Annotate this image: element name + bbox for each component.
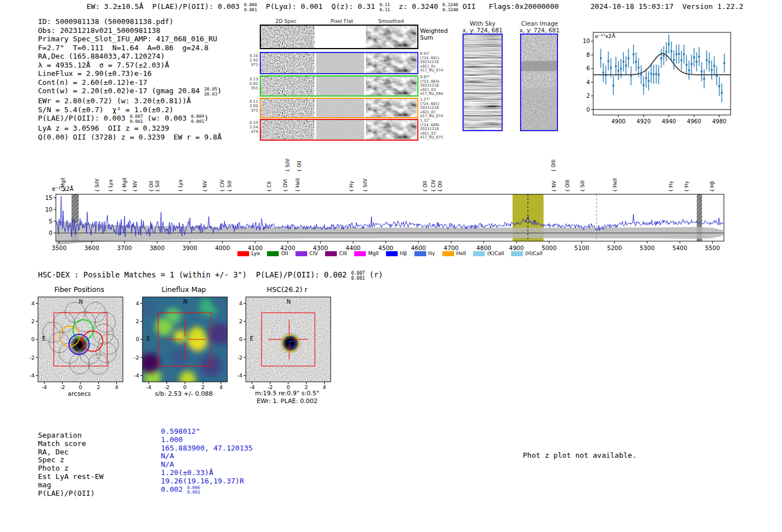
lineflux-map-title: Lineflux Map	[128, 285, 240, 294]
hsc-cutout-title: HSC(26.2) r	[231, 285, 343, 294]
cutout-row-weighted-sum	[260, 25, 418, 49]
legend-swatch	[354, 251, 366, 256]
cutout-row-left-stats: 0.102.04374	[246, 121, 258, 134]
svg-text:0: 0	[183, 384, 187, 390]
cutout-image-flat	[316, 99, 364, 117]
legend-label: CIII	[339, 251, 347, 256]
svg-text:-4: -4	[146, 384, 151, 390]
text-segment: EWr = 2.80(±0.72) (w: 3.20(±0.81))Å	[38, 97, 191, 105]
match-table-label: mag	[38, 481, 103, 490]
legend-label: OII	[281, 251, 288, 256]
lineflux-image	[139, 295, 231, 387]
text-segment: LyA z = 3.0596 OII z = 0.3239	[38, 124, 169, 132]
svg-text:{ Hβ: { Hβ	[709, 181, 715, 192]
text-segment: 1.20(±0.33)Å	[161, 468, 213, 477]
clean-image	[520, 33, 558, 131]
hsc-cutout-panel: -4-4-2-2002244NE	[231, 295, 343, 391]
detection-info-block: ID: 5000981138 (5000981138.pdf)Obs: 2023…	[38, 17, 222, 141]
info-line: S/N = 5.4(±0.7) χ² = 1.0(±0.2)	[38, 106, 222, 114]
info-line: Obs: 20231218v021_5000981138	[38, 26, 222, 35]
text-segment: 1.000	[161, 435, 183, 444]
cutout-row-left-stats: 0.130.91355	[246, 78, 258, 90]
svg-text:{ Hγ: { Hγ	[684, 181, 689, 192]
svg-text:{ Hγ: { Hγ	[349, 181, 354, 192]
cutout-image-flat	[316, 76, 364, 95]
svg-text:{ Lyα: { Lyα	[108, 179, 113, 192]
legend-swatch	[295, 251, 307, 256]
match-table-values: 0.598012"1.000165.883900, 47.120135N/AN/…	[161, 428, 252, 495]
text-segment: (w: 0.003	[143, 114, 191, 122]
info-line: Primary Spec_Slot_IFU_AMP: 417_068_016_R…	[38, 35, 222, 44]
svg-text:4: 4	[136, 300, 139, 306]
cutout-image-smooth	[366, 26, 417, 48]
header-datetime: 2024-10-18 15:03:17	[590, 2, 674, 11]
cutout-image-flat	[316, 53, 364, 73]
compass-east-label: E	[250, 336, 253, 342]
svg-text:-2: -2	[237, 354, 242, 361]
full-spectrum-plot: 3500360037003800390040004100420043004400…	[45, 146, 732, 253]
svg-text:4960: 4960	[687, 118, 701, 124]
cutout-image-hard	[261, 76, 314, 95]
text-segment: (r)	[365, 270, 383, 279]
svg-text:0: 0	[586, 107, 590, 113]
text-segment: HSC-DEX : Possible Matches = 1 (within +…	[38, 270, 351, 279]
svg-text:5400: 5400	[673, 245, 688, 251]
col-header-pixel-flat: Pixel Flat	[318, 18, 365, 24]
svg-text:{ SiII: { SiII	[580, 180, 585, 192]
compass-east-label: E	[42, 336, 45, 342]
svg-text:4920: 4920	[637, 118, 651, 124]
compass-east-label: E	[146, 336, 150, 342]
svg-text:{ SiIV: { SiIV	[285, 159, 290, 172]
svg-text:{ Lyα: { Lyα	[178, 179, 183, 192]
match-table-label: Match score	[38, 440, 103, 448]
info-line: Cont(w) = 2.20(±0.02)e-17 (gmag 20.84 20…	[38, 87, 222, 97]
header-gap	[674, 2, 683, 11]
match-table-label: Separation	[38, 432, 103, 440]
svg-text:5100: 5100	[574, 245, 589, 251]
svg-text:4: 4	[220, 384, 223, 390]
svg-text:{ CIV: { CIV	[220, 179, 225, 192]
text-segment: Primary Spec_Slot_IFU_AMP: 417_068_016_R…	[38, 35, 217, 43]
svg-text:{ OIII: { OIII	[565, 180, 570, 192]
photz-note: Phot z plot not available.	[523, 451, 637, 459]
svg-text:{ OII: { OII	[437, 181, 443, 192]
svg-text:0: 0	[239, 336, 242, 342]
svg-text:10: 10	[583, 38, 590, 44]
stacked-uncertainty: 20.8520.83	[204, 87, 217, 97]
svg-text:{ NV: { NV	[202, 181, 208, 192]
text-segment: 0.598012"	[161, 427, 200, 435]
legend-item: HeII	[442, 251, 466, 256]
header-version: Version 1.22.2	[682, 2, 743, 11]
cutout-row-exposure-2	[260, 75, 418, 97]
stacked-uncertainty: 0.310.31	[379, 3, 390, 12]
header-datetime-version: 2024-10-18 15:03:17 Version 1.22.2	[590, 2, 743, 11]
cutout-row-annotation: 1.27"(724, 681)20231218v021_07417_RU_074	[420, 98, 448, 119]
legend-label: HeII	[456, 251, 466, 256]
svg-text:-2: -2	[134, 354, 139, 361]
svg-text:-4: -4	[30, 372, 35, 378]
compass-north-label: N	[183, 299, 187, 305]
info-line: λ = 4935.12Å σ = 7.57(±2.03)Å	[38, 61, 222, 70]
legend-item: OII	[267, 251, 288, 256]
cutout-image-smooth	[366, 53, 417, 73]
svg-text:{ OVI: { OVI	[283, 179, 288, 192]
text-segment: ID: 5000981138 (5000981138.pdf)	[38, 17, 174, 26]
text-segment: 0.002	[161, 485, 187, 493]
svg-text:{ MgII: { MgII	[122, 178, 127, 192]
cutout-row-exposure-3	[260, 98, 418, 118]
info-line: ID: 5000981138 (5000981138.pdf)	[38, 17, 222, 26]
text-segment: Cont(n) = 2.60(±0.12)e-17	[38, 78, 147, 87]
legend-label: Lyα	[251, 251, 260, 256]
cutout-image-flat	[316, 120, 364, 140]
cutout-image-smooth	[366, 120, 417, 140]
with-sky-coords: x, y: 724, 681	[452, 27, 513, 33]
svg-text:-2: -2	[164, 384, 169, 390]
svg-text:{ SiIV: { SiIV	[363, 179, 368, 192]
svg-text:5000: 5000	[542, 245, 557, 251]
fiber-positions-panel: -4-4-2-2002244NE	[23, 295, 135, 391]
with-sky-image	[462, 33, 503, 131]
fiber-positions-title: Fiber Positions	[23, 285, 135, 294]
spectrum-axes: 3500360037003800390040004100420043004400…	[45, 194, 720, 251]
svg-text:2: 2	[201, 384, 204, 390]
text-segment: 19.26(19.16,19.37)R	[161, 477, 244, 485]
